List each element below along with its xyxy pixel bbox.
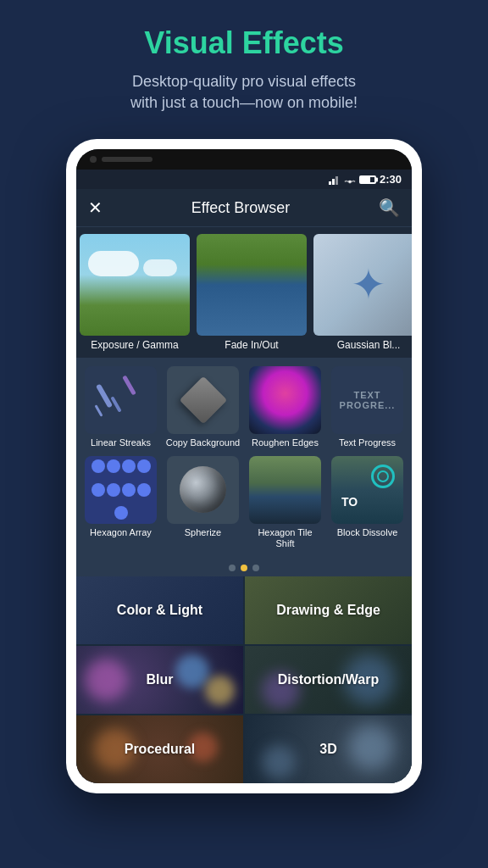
pagination-dot-2[interactable] [241, 565, 247, 571]
blur-decoration-2 [175, 654, 209, 688]
sphere-shape [180, 466, 226, 513]
effect-label-linear-streaks: Linear Streaks [83, 437, 158, 448]
phone-notch-bar [76, 149, 412, 170]
effect-label-hexagon-array: Hexagon Array [83, 527, 158, 538]
thumb-hex-tile-shift [249, 456, 321, 524]
status-bar: 2:30 [76, 170, 412, 189]
category-procedural[interactable]: Procedural [76, 715, 243, 783]
effect-item-spherize[interactable]: Spherize [165, 456, 241, 549]
phone-speaker [102, 157, 152, 162]
header-section: Visual Effects Desktop-quality pro visua… [0, 0, 488, 131]
featured-item-exposure[interactable]: Exposure / Gamma [80, 234, 190, 351]
phone-camera [90, 156, 97, 163]
copy-diamond [179, 376, 227, 425]
text-progress-label2: PROGRE... [340, 400, 396, 410]
featured-thumb-fade [197, 234, 307, 336]
category-label-blur: Blur [147, 672, 174, 687]
status-icons: 2:30 [329, 173, 402, 186]
featured-label-exposure: Exposure / Gamma [80, 339, 190, 351]
svg-marker-0 [329, 181, 331, 185]
svg-marker-1 [332, 179, 335, 185]
featured-thumb-gaussian: ✦ [313, 234, 412, 336]
thumb-hexagon-array [85, 456, 157, 524]
categories-grid: Color & Light Drawing & Edge Blur Distor… [76, 576, 412, 783]
battery-icon [359, 175, 376, 184]
effect-item-roughen-edges[interactable]: Roughen Edges [247, 366, 323, 448]
category-label-distortion-warp: Distortion/Warp [278, 672, 379, 687]
featured-label-fade: Fade In/Out [197, 339, 307, 351]
effect-item-hex-tile-shift[interactable]: Hexagon Tile Shift [247, 456, 323, 549]
3d-decoration-1 [348, 724, 395, 771]
3d-decoration-2 [262, 745, 296, 779]
thumb-text-progress: TEXT PROGRE... [331, 366, 403, 434]
svg-marker-2 [336, 176, 338, 185]
effect-label-block-dissolve: Block Dissolve [330, 527, 405, 538]
category-color-light[interactable]: Color & Light [76, 576, 243, 644]
wifi-icon [344, 175, 356, 185]
category-distortion-warp[interactable]: Distortion/Warp [245, 646, 412, 714]
effect-item-linear-streaks[interactable]: Linear Streaks [83, 366, 158, 448]
blur-decoration-3 [205, 676, 235, 705]
effects-grid-section: Linear Streaks Copy Background [76, 358, 412, 558]
pagination-dots [76, 558, 412, 576]
category-label-color-light: Color & Light [117, 603, 202, 618]
dissolve-circle [371, 465, 395, 488]
thumb-roughen-edges [249, 366, 321, 434]
category-drawing-edge[interactable]: Drawing & Edge [245, 576, 412, 644]
category-label-3d: 3D [319, 742, 336, 757]
thumb-copy-background [167, 366, 239, 434]
effects-grid: Linear Streaks Copy Background [83, 366, 405, 549]
phone-notch [90, 156, 152, 163]
effect-label-text-progress: Text Progress [330, 437, 405, 448]
category-blur[interactable]: Blur [76, 646, 243, 714]
status-time: 2:30 [380, 173, 402, 186]
category-3d[interactable]: 3D [245, 715, 412, 783]
app-header: ✕ Effect Browser 🔍 [76, 189, 412, 227]
effect-item-block-dissolve[interactable]: TO Block Dissolve [330, 456, 405, 549]
thumb-block-dissolve: TO [331, 456, 403, 524]
signal-icon [329, 175, 341, 185]
category-label-procedural: Procedural [125, 742, 196, 757]
pagination-dot-3[interactable] [252, 565, 259, 571]
effect-item-copy-background[interactable]: Copy Background [165, 366, 241, 448]
thumb-linear-streaks [85, 366, 157, 434]
star-shape: ✦ [351, 260, 386, 309]
blur-decoration-1 [85, 659, 127, 701]
pagination-dot-1[interactable] [229, 565, 236, 571]
effect-item-hexagon-array[interactable]: Hexagon Array [83, 456, 158, 549]
featured-label-gaussian: Gaussian Bl... [313, 339, 412, 351]
search-button[interactable]: 🔍 [379, 198, 400, 218]
dissolve-to-label: TO [341, 495, 358, 509]
phone-mockup: 2:30 ✕ Effect Browser 🔍 Exposure / Gamma… [66, 139, 422, 793]
thumb-spherize [167, 456, 239, 524]
close-button[interactable]: ✕ [88, 198, 103, 218]
category-label-drawing-edge: Drawing & Edge [276, 603, 380, 618]
featured-thumb-exposure [80, 234, 190, 336]
effect-label-roughen-edges: Roughen Edges [247, 437, 323, 448]
page-title: Visual Effects [17, 25, 471, 61]
effect-browser-title: Effect Browser [191, 199, 291, 217]
phone-screen: 2:30 ✕ Effect Browser 🔍 Exposure / Gamma… [76, 149, 412, 783]
effect-label-copy-background: Copy Background [165, 437, 241, 448]
featured-item-fade[interactable]: Fade In/Out [197, 234, 307, 351]
effect-label-spherize: Spherize [165, 527, 241, 538]
effect-item-text-progress[interactable]: TEXT PROGRE... Text Progress [330, 366, 405, 448]
effect-label-hex-tile-shift: Hexagon Tile Shift [247, 527, 323, 549]
featured-item-gaussian[interactable]: ✦ Gaussian Bl... [313, 234, 412, 351]
page-subtitle: Desktop-quality pro visual effectswith j… [17, 71, 471, 114]
text-progress-label: TEXT [353, 390, 380, 400]
featured-row: Exposure / Gamma Fade In/Out ✦ Gaussian … [76, 227, 412, 358]
